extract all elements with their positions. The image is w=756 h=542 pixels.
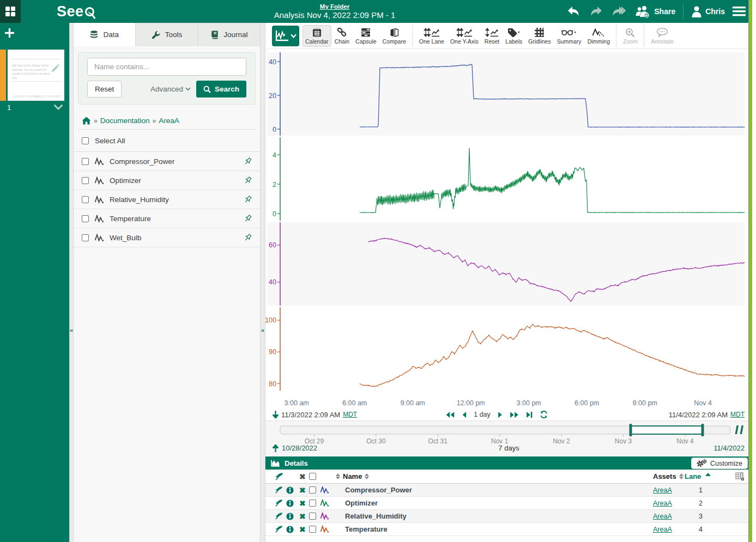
navigator-timebar[interactable]: Oct 29Oct 30Oct 31Nov 1Nov 2Nov 3Nov 4 xyxy=(265,421,752,445)
undo-button[interactable] xyxy=(567,5,581,17)
sort-icon[interactable] xyxy=(679,473,684,479)
remove-column-header[interactable]: ✖ xyxy=(299,472,309,481)
toolbar-dimming[interactable]: Dimming xyxy=(585,25,613,47)
step-forward-button[interactable] xyxy=(498,411,503,418)
remove-signal-button[interactable]: ✖ xyxy=(299,486,309,494)
breadcrumb-areaa[interactable]: AreaA xyxy=(159,117,179,125)
pin-icon[interactable] xyxy=(243,157,252,166)
range-start-arrow-icon[interactable] xyxy=(273,411,279,418)
toolbar-zoom[interactable]: Zoom xyxy=(620,25,640,47)
hamburger-menu-button[interactable] xyxy=(733,7,746,16)
collapse-sidebar-icon[interactable]: « xyxy=(70,327,73,333)
remove-signal-button[interactable]: ✖ xyxy=(299,526,309,533)
toolbar-chain[interactable]: Chain xyxy=(332,25,352,47)
info-button[interactable] xyxy=(286,500,299,507)
step-back-much-button[interactable] xyxy=(445,411,455,418)
fast-forward-button[interactable] xyxy=(610,5,627,17)
toolbar-one-y-axis[interactable]: One Y-Axis xyxy=(447,25,481,47)
refresh-button[interactable] xyxy=(540,411,548,418)
navigator-start-arrow-icon[interactable] xyxy=(273,444,279,452)
pin-icon[interactable] xyxy=(243,233,252,242)
collapse-panel-icon[interactable]: « xyxy=(261,327,264,333)
item-checkbox[interactable] xyxy=(82,215,89,222)
select-all-checkbox[interactable] xyxy=(82,137,89,144)
advanced-toggle[interactable]: Advanced xyxy=(150,85,191,93)
sort-icon[interactable] xyxy=(365,473,369,479)
range-end-timezone[interactable]: MDT xyxy=(730,411,745,418)
signal-list-item[interactable]: Optimizer xyxy=(74,171,260,190)
step-to-end-button[interactable] xyxy=(526,411,533,418)
goto-signal-button[interactable] xyxy=(265,499,286,507)
goto-signal-button[interactable] xyxy=(265,512,286,520)
row-checkbox[interactable] xyxy=(309,513,316,520)
info-button[interactable] xyxy=(286,486,299,494)
trend-chart[interactable]: 40200420604010090803:00 am6:00 am9:00 am… xyxy=(265,49,752,409)
item-checkbox[interactable] xyxy=(82,158,89,165)
worksheet-thumbnail[interactable]: Add data to this display via the Data ta… xyxy=(8,50,64,101)
toolbar-calendar[interactable]: Calendar xyxy=(303,25,331,47)
pin-icon[interactable] xyxy=(243,214,252,223)
share-button[interactable]: Share xyxy=(634,5,675,18)
reset-button[interactable]: Reset xyxy=(87,81,122,98)
item-checkbox[interactable] xyxy=(82,177,89,184)
redo-button[interactable] xyxy=(589,5,603,17)
info-button[interactable] xyxy=(286,526,299,533)
worksheet-chevron-down-icon[interactable] xyxy=(54,102,63,112)
sidebar-splitter[interactable]: « xyxy=(69,23,74,542)
signal-list-item[interactable]: Wet_Bulb xyxy=(74,228,260,247)
toolbar-gridlines[interactable]: Gridlines xyxy=(525,25,553,47)
name-column-header[interactable]: Name xyxy=(333,472,650,480)
step-size-label[interactable]: 1 day xyxy=(474,411,491,418)
row-asset-link[interactable]: AreaA xyxy=(653,526,672,533)
toolbar-summary[interactable]: Summary xyxy=(554,25,584,47)
step-back-button[interactable] xyxy=(462,411,467,418)
info-button[interactable] xyxy=(286,513,299,520)
toolbar-one-lane[interactable]: One Lane xyxy=(416,25,447,47)
tab-tools[interactable]: Tools xyxy=(136,23,198,46)
add-column-button[interactable] xyxy=(716,472,752,481)
goto-signal-button[interactable] xyxy=(265,486,286,494)
panel-splitter[interactable]: « xyxy=(260,23,265,542)
toolbar-compare[interactable]: Compare xyxy=(380,25,409,47)
step-forward-much-button[interactable] xyxy=(510,411,519,418)
item-checkbox[interactable] xyxy=(82,196,89,203)
row-checkbox[interactable] xyxy=(309,526,316,533)
breadcrumb-documentation[interactable]: Documentation xyxy=(100,117,150,125)
search-input[interactable] xyxy=(87,58,246,76)
signal-list-item[interactable]: Compressor_Power xyxy=(74,152,260,171)
row-checkbox[interactable] xyxy=(309,486,316,494)
customize-button[interactable]: Customize xyxy=(691,458,748,469)
assets-column-header[interactable]: Assets xyxy=(650,472,685,480)
row-asset-link[interactable]: AreaA xyxy=(653,500,672,507)
add-worksheet-button[interactable] xyxy=(5,28,14,40)
signal-list-item[interactable]: Temperature xyxy=(74,209,260,228)
toolbar-annotate[interactable]: Annotate xyxy=(648,25,676,47)
sort-icon[interactable] xyxy=(336,473,340,479)
remove-signal-button[interactable]: ✖ xyxy=(299,513,309,520)
row-asset-link[interactable]: AreaA xyxy=(653,513,672,520)
navigator-duration[interactable]: 7 days xyxy=(498,444,519,452)
row-checkbox[interactable] xyxy=(309,500,316,507)
toolbar-reset[interactable]: Reset xyxy=(482,25,502,47)
lane-column-header[interactable]: Lane xyxy=(685,472,716,480)
my-folder-link[interactable]: My Folder xyxy=(320,3,349,10)
tab-journal[interactable]: Journal xyxy=(198,23,260,46)
select-all-rows-checkbox[interactable] xyxy=(309,473,316,480)
home-icon[interactable] xyxy=(82,117,91,125)
toolbar-labels[interactable]: Labels xyxy=(503,25,525,47)
range-start-timezone[interactable]: MDT xyxy=(343,411,357,418)
seeq-logo[interactable]: See xyxy=(57,1,97,22)
user-menu[interactable]: Chris xyxy=(691,5,725,17)
pin-icon[interactable] xyxy=(243,176,252,185)
tab-data[interactable]: Data xyxy=(74,23,136,46)
remove-signal-button[interactable]: ✖ xyxy=(299,500,309,507)
signal-list-item[interactable]: Relative_Humidity xyxy=(74,190,260,209)
goto-column-header[interactable] xyxy=(265,472,286,481)
goto-signal-button[interactable] xyxy=(265,525,286,533)
view-selector-button[interactable] xyxy=(272,26,299,46)
app-switcher-button[interactable] xyxy=(0,0,21,23)
row-asset-link[interactable]: AreaA xyxy=(653,486,672,494)
pin-icon[interactable] xyxy=(243,195,252,204)
search-button[interactable]: Search xyxy=(196,81,246,98)
item-checkbox[interactable] xyxy=(82,234,89,241)
